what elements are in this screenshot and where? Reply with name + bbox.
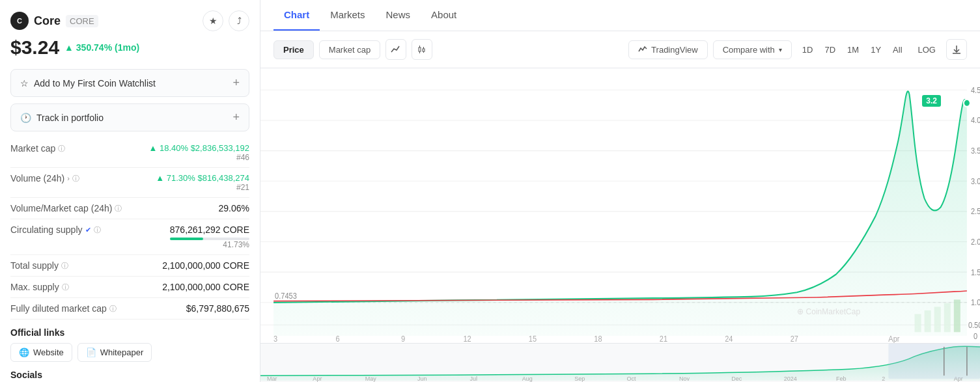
tabs-bar: ChartMarketsNewsAbout bbox=[260, 0, 980, 31]
tab-about[interactable]: About bbox=[421, 0, 467, 31]
stat-value: ▲ 71.30% $816,438,274 #21 bbox=[156, 173, 249, 192]
link-icon: 📄 bbox=[86, 348, 96, 357]
links-row: 🌐Website📄Whitepaper bbox=[10, 343, 249, 362]
portfolio-button[interactable]: 🕐 Track in portfolio + bbox=[10, 103, 249, 131]
svg-text:0: 0 bbox=[973, 332, 978, 341]
line-chart-button[interactable] bbox=[385, 39, 406, 60]
stat-row: Volume/Market cap (24h) ⓘ 29.06% bbox=[10, 198, 249, 219]
svg-text:2: 2 bbox=[882, 375, 885, 382]
coin-name: Core bbox=[34, 14, 61, 28]
watchlist-button[interactable]: ☆ Add to My First Coin Watchlist + bbox=[10, 69, 249, 97]
stat-row: Fully diluted market cap ⓘ $6,797,880,67… bbox=[10, 298, 249, 320]
time-btn-1y[interactable]: 1Y bbox=[865, 41, 886, 59]
log-button[interactable]: LOG bbox=[913, 41, 941, 59]
star-icon: ☆ bbox=[20, 78, 29, 89]
candle-chart-button[interactable] bbox=[412, 39, 432, 60]
tradingview-button[interactable]: TradingView bbox=[628, 40, 708, 59]
info-icon[interactable]: ⓘ bbox=[115, 204, 122, 213]
svg-text:Aug: Aug bbox=[522, 375, 533, 382]
header-actions: ★ ⤴ bbox=[203, 10, 249, 31]
tab-markets[interactable]: Markets bbox=[320, 0, 375, 31]
link-icon: 🌐 bbox=[19, 348, 29, 357]
stat-value: 2,100,000,000 CORE bbox=[162, 260, 249, 271]
price-button[interactable]: Price bbox=[273, 40, 314, 59]
svg-rect-3 bbox=[423, 49, 425, 51]
stat-row: Max. supply ⓘ 2,100,000,000 CORE bbox=[10, 277, 249, 298]
svg-text:3.5: 3.5 bbox=[971, 146, 980, 156]
svg-text:2.5: 2.5 bbox=[971, 207, 980, 216]
stat-row: Volume (24h) › ⓘ ▲ 71.30% $816,438,274 #… bbox=[10, 168, 249, 198]
svg-text:0.7453: 0.7453 bbox=[275, 292, 297, 301]
download-icon bbox=[952, 45, 961, 54]
info-icon[interactable]: ⓘ bbox=[72, 174, 79, 184]
current-price-badge: 3.2 bbox=[922, 95, 941, 107]
stat-number: 2,100,000,000 CORE bbox=[162, 282, 249, 292]
stat-row: Total supply ⓘ 2,100,000,000 CORE bbox=[10, 255, 249, 277]
link-label: Website bbox=[33, 348, 64, 357]
svg-text:18: 18 bbox=[594, 334, 602, 343]
svg-text:6: 6 bbox=[336, 334, 340, 343]
tradingview-label: TradingView bbox=[651, 45, 698, 55]
svg-text:27: 27 bbox=[791, 334, 798, 343]
time-btn-1m[interactable]: 1M bbox=[842, 41, 864, 59]
compare-button[interactable]: Compare with ▾ bbox=[713, 40, 792, 59]
stat-label: Max. supply ⓘ bbox=[10, 282, 69, 292]
line-chart-icon bbox=[391, 44, 401, 55]
socials-title: Socials bbox=[10, 370, 249, 380]
svg-text:⊕ CoinMarketCap: ⊕ CoinMarketCap bbox=[797, 307, 860, 316]
svg-text:1.0: 1.0 bbox=[971, 298, 980, 307]
svg-text:3: 3 bbox=[273, 334, 277, 343]
info-icon[interactable]: ⓘ bbox=[58, 144, 65, 154]
info-icon[interactable]: ⓘ bbox=[62, 282, 69, 292]
svg-text:15: 15 bbox=[529, 334, 537, 343]
star-button[interactable]: ★ bbox=[203, 10, 223, 31]
info-icon[interactable]: ⓘ bbox=[109, 304, 117, 314]
socials-section: Socials bbox=[10, 370, 249, 380]
time-btn-all[interactable]: All bbox=[888, 41, 907, 59]
svg-text:12: 12 bbox=[463, 334, 471, 343]
time-btn-7d[interactable]: 7D bbox=[819, 41, 841, 59]
share-button[interactable]: ⤴ bbox=[229, 10, 249, 31]
stat-value: 2,100,000,000 CORE bbox=[162, 282, 249, 292]
svg-text:Feb: Feb bbox=[836, 375, 847, 382]
svg-text:Nov: Nov bbox=[679, 375, 690, 382]
svg-text:24: 24 bbox=[725, 334, 733, 343]
stat-number: 29.06% bbox=[219, 203, 249, 213]
svg-text:4.0: 4.0 bbox=[971, 116, 980, 125]
info-icon[interactable]: ⓘ bbox=[94, 225, 101, 235]
market-cap-button[interactable]: Market cap bbox=[319, 40, 380, 59]
mini-chart: Mar Apr May Jun Jul Aug Sep Oct Nov Dec … bbox=[260, 343, 980, 382]
svg-rect-0 bbox=[419, 48, 421, 51]
tab-news[interactable]: News bbox=[376, 0, 421, 31]
time-buttons: 1D7D1M1YAll bbox=[797, 41, 908, 59]
portfolio-icon: 🕐 bbox=[20, 113, 31, 123]
stat-change: ▲ 18.40% $2,836,533,192 bbox=[148, 143, 249, 153]
svg-point-23 bbox=[964, 100, 970, 107]
stat-number: $6,797,880,675 bbox=[186, 303, 249, 314]
stat-label: Volume/Market cap (24h) ⓘ bbox=[10, 203, 122, 213]
svg-text:Jul: Jul bbox=[469, 375, 477, 382]
stats-section: Market cap ⓘ ▲ 18.40% $2,836,533,192 #46… bbox=[10, 138, 249, 320]
left-panel: C Core CORE ★ ⤴ $3.24 ▲ 350.74% (1mo) ☆ … bbox=[0, 0, 260, 382]
tradingview-icon bbox=[638, 45, 647, 54]
stat-label: Fully diluted market cap ⓘ bbox=[10, 303, 117, 314]
right-panel: ChartMarketsNewsAbout Price Market cap bbox=[260, 0, 980, 382]
link-btn-whitepaper[interactable]: 📄Whitepaper bbox=[77, 343, 152, 362]
svg-text:May: May bbox=[365, 375, 377, 382]
stat-number: 2,100,000,000 CORE bbox=[162, 260, 249, 271]
stat-change: ▲ 71.30% $816,438,274 bbox=[156, 173, 249, 183]
svg-rect-61 bbox=[888, 344, 980, 379]
time-btn-1d[interactable]: 1D bbox=[797, 41, 819, 59]
stat-row: Circulating supply ✔ ⓘ 876,261,292 CORE … bbox=[10, 219, 249, 255]
portfolio-plus-icon: + bbox=[232, 111, 240, 124]
svg-text:Apr: Apr bbox=[313, 375, 322, 382]
svg-text:1.5: 1.5 bbox=[971, 267, 980, 277]
watchlist-plus-icon: + bbox=[232, 76, 240, 90]
info-icon[interactable]: ⓘ bbox=[61, 261, 68, 271]
stat-number: 876,261,292 CORE bbox=[170, 225, 249, 235]
link-btn-website[interactable]: 🌐Website bbox=[10, 343, 72, 362]
stat-rank: #46 bbox=[148, 153, 249, 162]
tab-chart[interactable]: Chart bbox=[273, 0, 320, 31]
download-button[interactable] bbox=[946, 39, 967, 60]
stat-value: 876,261,292 CORE 41.73% bbox=[170, 225, 249, 249]
